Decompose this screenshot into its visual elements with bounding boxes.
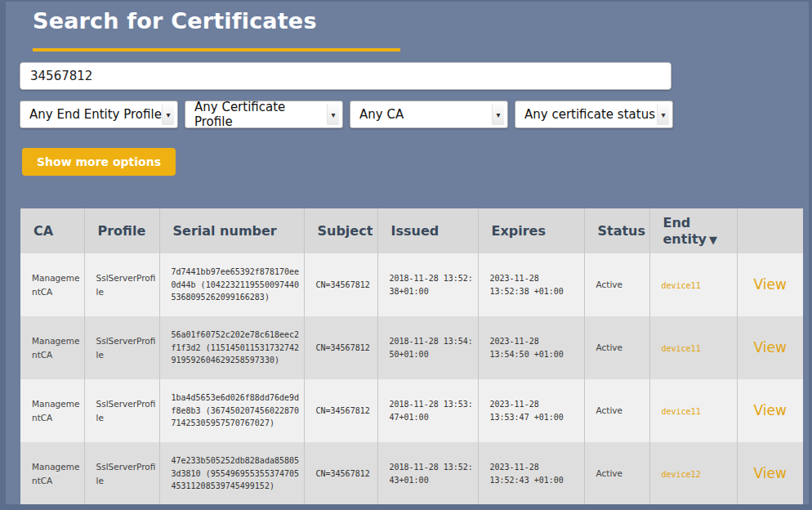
- view-link[interactable]: View: [754, 339, 787, 356]
- filter-row: Any End Entity Profile▾Any Certificate P…: [20, 101, 673, 128]
- table-row: ManagementCASslServerProfile47e233b50525…: [20, 442, 803, 504]
- ca-cell: ManagementCA: [20, 316, 84, 379]
- view-link-cell: View: [737, 253, 803, 316]
- serial-cell: 7d7441bb97ee65392f878170ee0d44b (1042232…: [159, 253, 304, 316]
- column-header-profile[interactable]: Profile: [84, 208, 159, 253]
- view-link[interactable]: View: [754, 402, 787, 418]
- status-cell: Active: [584, 253, 649, 316]
- profile-cell: SslServerProfile: [84, 253, 159, 316]
- chevron-down-icon: ▾: [162, 104, 174, 125]
- end-entity-link[interactable]: device11: [662, 281, 701, 290]
- table-row: ManagementCASslServerProfile56a01f60752c…: [20, 316, 803, 379]
- column-header-serial-number[interactable]: Serial number: [159, 208, 304, 253]
- column-header-label: End entity: [663, 215, 707, 247]
- view-link-cell: View: [737, 442, 803, 504]
- column-header-label: Serial number: [173, 223, 277, 239]
- issued-cell: 2018-11-28 13:54:50+01:00: [377, 316, 478, 379]
- column-header-label: Expires: [492, 223, 546, 239]
- certificate-results-table: CAProfileSerial numberSubjectIssuedExpir…: [20, 208, 803, 504]
- ca-select[interactable]: Any CA▾: [350, 101, 508, 128]
- end-entity-link[interactable]: device12: [662, 470, 701, 479]
- profile-cell: SslServerProfile: [84, 379, 159, 442]
- status-cell: Active: [584, 316, 649, 379]
- title-underline: [33, 48, 400, 51]
- column-header-label: CA: [33, 223, 53, 239]
- column-header-label: Subject: [318, 223, 373, 239]
- view-link[interactable]: View: [754, 276, 787, 293]
- ca-cell: ManagementCA: [20, 253, 84, 316]
- sort-desc-icon: ▼: [709, 234, 717, 246]
- issued-cell: 2018-11-28 13:52:38+01:00: [377, 253, 478, 316]
- end-entity-link-cell: device12: [649, 442, 737, 504]
- selected-option-label: Any certificate status: [524, 107, 655, 122]
- column-header-status[interactable]: Status: [584, 208, 649, 253]
- expires-cell: 2023-11-28 13:54:50 +01:00: [478, 316, 584, 379]
- column-header-actions[interactable]: [737, 208, 803, 253]
- column-header-label: Issued: [391, 223, 439, 239]
- status-cell: Active: [584, 379, 649, 442]
- expires-cell: 2023-11-28 13:52:43 +01:00: [478, 442, 584, 504]
- view-link[interactable]: View: [754, 465, 787, 481]
- end-entity-link[interactable]: device11: [662, 344, 701, 353]
- table-row: ManagementCASslServerProfile1ba4d5653e6d…: [20, 379, 803, 442]
- issued-cell: 2018-11-28 13:52:43+01:00: [377, 442, 478, 504]
- serial-cell: 47e233b505252db828ada858053d3810 (955496…: [159, 442, 304, 504]
- subject-cell: CN=34567812: [304, 442, 377, 504]
- column-header-label: Profile: [98, 223, 146, 239]
- profile-cell: SslServerProfile: [84, 442, 159, 504]
- serial-cell: 56a01f60752c202e78c618eec2f1f3d2 (115145…: [159, 316, 304, 379]
- selected-option-label: Any End Entity Profile: [29, 107, 162, 122]
- end-entity-link-cell: device11: [649, 253, 737, 316]
- expires-cell: 2023-11-28 13:52:38 +01:00: [478, 253, 584, 316]
- column-header-expires[interactable]: Expires: [478, 208, 584, 253]
- column-header-ca[interactable]: CA: [20, 208, 84, 253]
- subject-cell: CN=34567812: [304, 379, 377, 442]
- table-row: ManagementCASslServerProfile7d7441bb97ee…: [20, 253, 803, 316]
- chevron-down-icon: ▾: [657, 104, 669, 125]
- selected-option-label: Any CA: [359, 107, 404, 122]
- end-entity-profile-select[interactable]: Any End Entity Profile▾: [20, 101, 178, 128]
- status-cell: Active: [584, 442, 649, 504]
- ca-cell: ManagementCA: [20, 379, 84, 442]
- column-header-subject[interactable]: Subject: [304, 208, 377, 253]
- profile-cell: SslServerProfile: [84, 316, 159, 379]
- column-header-end-entity[interactable]: End entity▼: [649, 208, 737, 253]
- expires-cell: 2023-11-28 13:53:47 +01:00: [478, 379, 584, 442]
- view-link-cell: View: [737, 379, 803, 442]
- view-link-cell: View: [737, 316, 803, 379]
- table-body: ManagementCASslServerProfile7d7441bb97ee…: [20, 253, 803, 504]
- column-header-label: Status: [598, 223, 646, 239]
- table-header-row: CAProfileSerial numberSubjectIssuedExpir…: [20, 208, 803, 253]
- show-more-options-button[interactable]: Show more options: [22, 148, 176, 176]
- page-title: Search for Certificates: [33, 8, 317, 34]
- column-header-issued[interactable]: Issued: [377, 208, 478, 253]
- ca-cell: ManagementCA: [20, 442, 84, 504]
- subject-cell: CN=34567812: [304, 316, 377, 379]
- issued-cell: 2018-11-28 13:53:47+01:00: [377, 379, 478, 442]
- certificate-status-select[interactable]: Any certificate status▾: [515, 101, 673, 128]
- end-entity-link[interactable]: device11: [662, 407, 701, 416]
- search-input[interactable]: [20, 62, 671, 90]
- chevron-down-icon: ▾: [492, 104, 504, 125]
- selected-option-label: Any Certificate Profile: [194, 100, 327, 129]
- subject-cell: CN=34567812: [304, 253, 377, 316]
- serial-cell: 1ba4d5653e6d026f88dd76de9df8e8b3 (367450…: [159, 379, 304, 442]
- end-entity-link-cell: device11: [649, 316, 737, 379]
- end-entity-link-cell: device11: [649, 379, 737, 442]
- search-certificates-page: Search for Certificates Any End Entity P…: [6, 2, 809, 504]
- chevron-down-icon: ▾: [327, 104, 339, 125]
- certificate-profile-select[interactable]: Any Certificate Profile▾: [185, 101, 343, 128]
